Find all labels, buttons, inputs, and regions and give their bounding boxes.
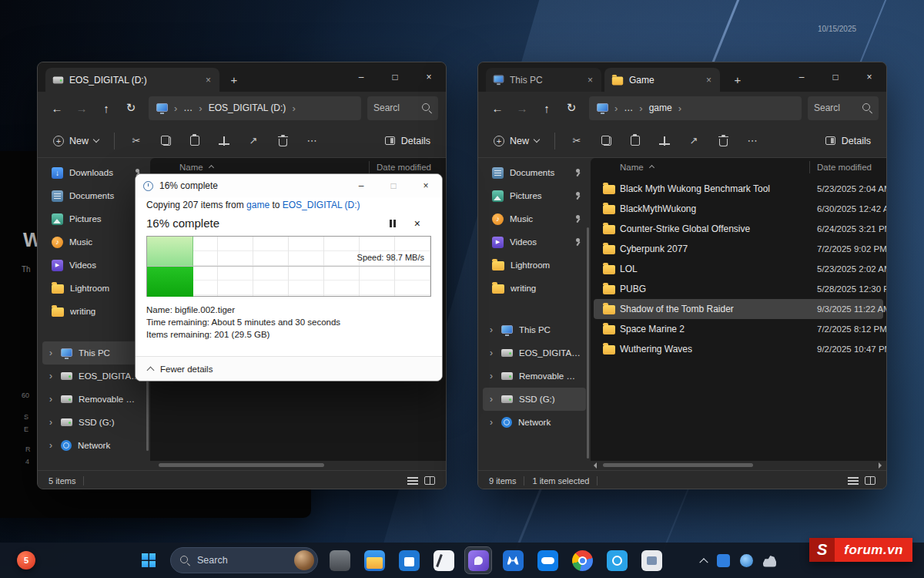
sidebar-item-videos[interactable]: ▶ Videos (483, 230, 586, 254)
delete-button[interactable] (709, 129, 737, 153)
new-tab-button[interactable]: + (224, 69, 244, 89)
maximize-button[interactable]: □ (378, 62, 412, 92)
sidebar-item-writing[interactable]: writing (42, 300, 146, 323)
tray-cloud-icon[interactable] (763, 554, 776, 567)
file-row[interactable]: LOL 5/23/2025 2:02 AM (594, 259, 883, 279)
back-button[interactable]: ← (486, 96, 509, 119)
horizontal-scrollbar[interactable] (38, 461, 446, 470)
up-button[interactable]: ↑ (535, 96, 558, 119)
sidebar-item-documents[interactable]: Documents (483, 161, 586, 184)
source-folder-link[interactable]: game (246, 200, 270, 210)
chevron-expand-icon[interactable]: › (487, 394, 495, 405)
chevron-expand-icon[interactable]: › (47, 440, 55, 451)
file-row[interactable]: PUBG 5/28/2025 12:30 PM (594, 279, 883, 299)
task-view-button[interactable] (326, 547, 353, 573)
breadcrumb-ellipsis[interactable]: … (624, 102, 633, 113)
chevron-expand-icon[interactable]: › (47, 348, 55, 358)
rename-button[interactable] (651, 129, 678, 153)
scroll-left-arrow[interactable] (594, 462, 597, 469)
new-button[interactable]: + New (45, 129, 106, 153)
tree-item-this-pc[interactable]: › This PC (42, 341, 146, 365)
share-button[interactable]: ↗ (239, 129, 267, 153)
notification-badge[interactable]: 5 (17, 551, 35, 570)
column-header-date-modified[interactable]: Date modified (377, 163, 431, 172)
cut-button[interactable]: ✂ (122, 129, 150, 153)
share-button[interactable]: ↗ (680, 129, 708, 153)
tree-item-network[interactable]: › Network (483, 411, 586, 434)
file-explorer-button[interactable] (361, 547, 387, 573)
scroll-right-arrow[interactable] (879, 462, 882, 469)
chrome-button[interactable] (569, 547, 595, 573)
minimize-button[interactable]: – (344, 62, 378, 92)
chevron-expand-icon[interactable]: › (487, 324, 495, 335)
list-view-icon[interactable] (407, 477, 418, 485)
tree-item-removable-disk[interactable]: › Removable Disk (42, 388, 146, 411)
sidebar-item-writing[interactable]: writing (483, 277, 586, 300)
breadcrumb[interactable]: › … › EOS_DIGITAL (D:) › (149, 96, 361, 120)
rename-button[interactable] (210, 129, 238, 153)
start-button[interactable] (136, 547, 162, 573)
file-row[interactable]: Wuthering Waves 9/2/2025 10:47 PM (594, 339, 883, 359)
pane-view-icon[interactable] (865, 476, 875, 485)
tab-close-icon[interactable]: × (705, 75, 713, 86)
sidebar-item-lightroom[interactable]: Lightroom (42, 277, 146, 300)
cut-button[interactable]: ✂ (563, 129, 591, 153)
dialog-minimize-button[interactable]: – (345, 174, 377, 197)
photos-button[interactable] (604, 547, 630, 573)
sidebar-item-videos[interactable]: ▶ Videos (42, 254, 146, 277)
tab-close-icon[interactable]: × (204, 75, 213, 86)
breadcrumb-item[interactable]: EOS_DIGITAL (D:) (209, 102, 286, 113)
file-row[interactable]: Counter-Strike Global Offensive 6/24/202… (594, 219, 883, 239)
breadcrumb-ellipsis[interactable]: … (183, 102, 192, 113)
copy-button[interactable] (592, 129, 620, 153)
more-options-button[interactable]: ⋯ (738, 129, 766, 153)
file-row[interactable]: BlackMythWukong 6/30/2025 12:42 AM (594, 199, 883, 219)
tray-app-icon[interactable] (740, 554, 753, 567)
sidebar-item-music[interactable]: ♪ Music (42, 230, 146, 254)
details-view-button[interactable]: Details (377, 129, 438, 153)
more-options-button[interactable]: ⋯ (298, 129, 326, 153)
tab-eos-digital[interactable]: EOS_DIGITAL (D:) × (45, 68, 219, 92)
pause-button[interactable] (388, 219, 397, 228)
search-input[interactable]: Searcl (808, 96, 879, 120)
file-row-selected[interactable]: Shadow of the Tomb Raider 9/3/2025 11:22… (594, 299, 883, 319)
file-row[interactable]: Black Myth Wukong Benchmark Tool 5/23/20… (594, 179, 883, 199)
list-view-icon[interactable] (848, 477, 859, 485)
paste-button[interactable] (181, 129, 209, 153)
pane-view-icon[interactable] (424, 476, 435, 485)
cancel-button[interactable]: × (414, 218, 420, 229)
microsoft-store-button[interactable] (396, 547, 422, 573)
tree-item-network[interactable]: › Network (42, 434, 146, 457)
scrollbar-thumb[interactable] (159, 463, 324, 467)
column-header-name[interactable]: Name (179, 163, 203, 172)
maximize-button[interactable]: □ (819, 62, 852, 92)
sidebar-item-downloads[interactable]: ↓ Downloads (42, 161, 146, 184)
tray-app-icon[interactable] (717, 554, 730, 567)
paste-button[interactable] (621, 129, 649, 153)
forward-button[interactable]: → (70, 96, 93, 119)
minimize-button[interactable]: – (785, 62, 819, 92)
close-button[interactable]: × (852, 62, 886, 92)
file-row[interactable]: Space Marine 2 7/2/2025 8:12 PM (594, 319, 883, 339)
tree-item-eos-digital[interactable]: › EOS_DIGITAL (D: (42, 365, 146, 388)
breadcrumb-item[interactable]: game (649, 102, 672, 113)
details-view-button[interactable]: Details (818, 129, 879, 153)
fewer-details-toggle[interactable]: Fewer details (160, 365, 213, 374)
sidebar-item-lightroom[interactable]: Lightroom (483, 254, 586, 277)
close-button[interactable]: × (412, 62, 446, 92)
destination-folder-link[interactable]: EOS_DIGITAL (D:) (283, 200, 360, 210)
copy-button[interactable] (152, 129, 179, 153)
tree-item-eos-digital[interactable]: › EOS_DIGITAL (D: (483, 341, 586, 365)
sidebar-scrollbar[interactable] (587, 227, 589, 459)
tab-close-icon[interactable]: × (586, 75, 594, 86)
sidebar-item-pictures[interactable]: Pictures (483, 184, 586, 207)
notes-app-button[interactable] (638, 547, 665, 573)
new-tab-button[interactable]: + (728, 69, 748, 89)
horizontal-scrollbar[interactable] (478, 461, 886, 470)
media-app-button[interactable] (430, 547, 457, 573)
zalo-button[interactable] (534, 547, 561, 573)
tab-this-pc[interactable]: This PC × (486, 68, 601, 92)
new-button[interactable]: + New (486, 129, 547, 153)
column-divider[interactable] (809, 161, 810, 173)
chevron-expand-icon[interactable]: › (47, 417, 55, 428)
